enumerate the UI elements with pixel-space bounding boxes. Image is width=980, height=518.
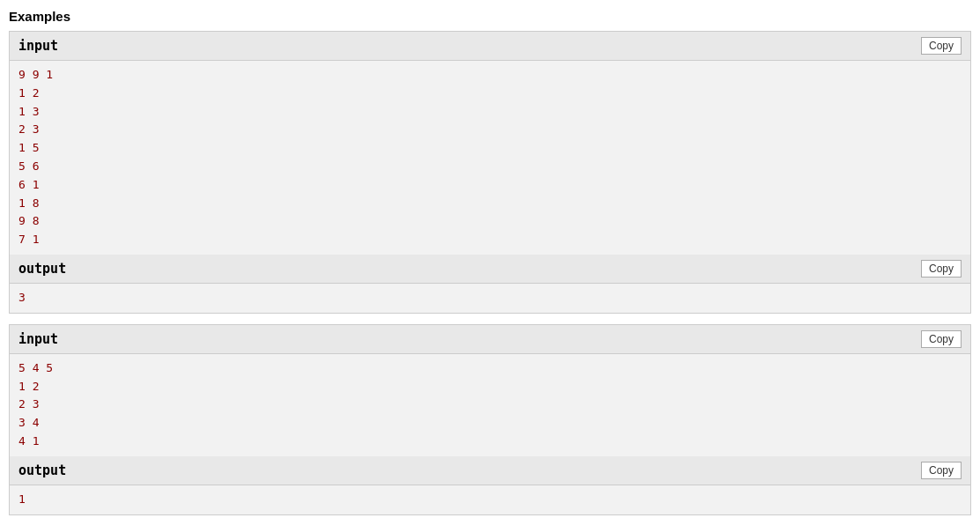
example-block-2: inputCopy5 4 5 1 2 2 3 3 4 4 1outputCopy… [9,324,971,515]
output-copy-button-2[interactable]: Copy [921,462,962,479]
output-label-1: output [18,261,66,277]
output-content-2: 1 [10,485,970,514]
output-header-1: outputCopy [10,255,970,284]
input-label-1: input [18,38,58,54]
output-copy-button-1[interactable]: Copy [921,260,962,278]
input-label-2: input [18,331,58,347]
output-header-2: outputCopy [10,456,970,485]
input-copy-button-2[interactable]: Copy [921,330,962,348]
input-header-2: inputCopy [10,325,970,354]
input-copy-button-1[interactable]: Copy [921,37,962,55]
input-content-1: 9 9 1 1 2 1 3 2 3 1 5 5 6 6 1 1 8 9 8 7 … [10,61,970,255]
input-content-2: 5 4 5 1 2 2 3 3 4 4 1 [10,354,970,456]
example-block-1: inputCopy9 9 1 1 2 1 3 2 3 1 5 5 6 6 1 1… [9,31,971,314]
input-header-1: inputCopy [10,32,970,61]
output-label-2: output [18,462,66,478]
page-title: Examples [9,9,971,24]
output-content-1: 3 [10,284,970,313]
